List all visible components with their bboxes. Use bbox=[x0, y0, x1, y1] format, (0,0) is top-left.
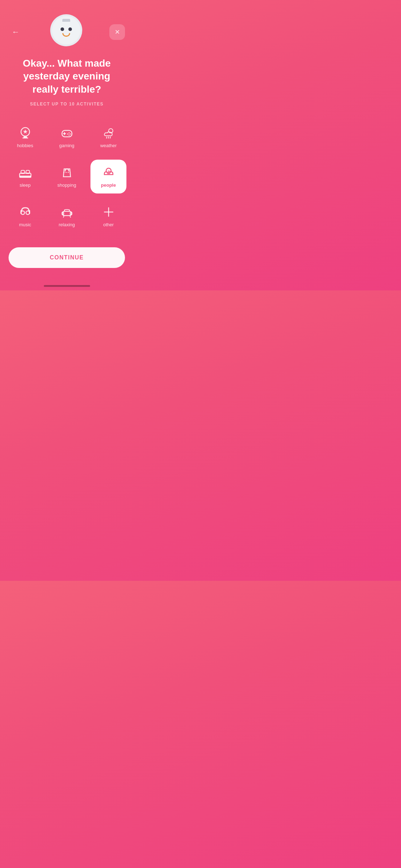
activity-shopping[interactable]: shopping bbox=[49, 160, 85, 193]
activity-weather[interactable]: weather bbox=[90, 120, 126, 154]
robot-mouth bbox=[62, 33, 70, 37]
weather-icon bbox=[101, 126, 116, 140]
gaming-label: gaming bbox=[59, 143, 74, 148]
robot-eye-right bbox=[68, 27, 72, 31]
sleep-icon bbox=[18, 165, 32, 180]
svg-point-9 bbox=[67, 134, 68, 135]
robot-eyes bbox=[61, 27, 72, 31]
gaming-icon bbox=[60, 126, 74, 140]
activity-relaxing[interactable]: relaxing bbox=[49, 199, 85, 233]
header: ← ✕ bbox=[0, 0, 134, 50]
svg-point-6 bbox=[68, 133, 69, 134]
shopping-icon bbox=[60, 165, 74, 180]
other-icon bbox=[101, 205, 116, 219]
music-icon bbox=[18, 205, 32, 219]
people-label: people bbox=[101, 182, 116, 188]
continue-section: CONTINUE bbox=[0, 240, 134, 282]
home-indicator bbox=[44, 285, 90, 287]
svg-point-7 bbox=[70, 134, 71, 135]
hobbies-icon bbox=[18, 126, 32, 140]
svg-line-11 bbox=[106, 137, 107, 138]
sleep-label: sleep bbox=[20, 182, 31, 188]
close-button[interactable]: ✕ bbox=[109, 24, 125, 40]
robot-face bbox=[52, 16, 80, 45]
activity-hobbies[interactable]: hobbies bbox=[7, 120, 43, 154]
weather-label: weather bbox=[100, 143, 116, 148]
activity-music[interactable]: music bbox=[7, 199, 43, 233]
robot-top bbox=[62, 19, 70, 22]
continue-button[interactable]: CONTINUE bbox=[9, 247, 125, 268]
relaxing-icon bbox=[60, 205, 74, 219]
svg-point-8 bbox=[68, 135, 69, 136]
music-label: music bbox=[19, 222, 31, 227]
svg-rect-2 bbox=[22, 138, 28, 139]
hobbies-label: hobbies bbox=[17, 143, 33, 148]
activity-people[interactable]: people bbox=[90, 160, 126, 193]
activity-gaming[interactable]: gaming bbox=[49, 120, 85, 154]
back-button[interactable]: ← bbox=[9, 25, 23, 39]
relaxing-label: relaxing bbox=[59, 222, 75, 227]
subtitle: SELECT UP TO 10 ACTIVITES bbox=[11, 102, 123, 107]
activities-grid: hobbies gaming w bbox=[0, 109, 134, 240]
svg-line-13 bbox=[110, 137, 110, 138]
other-label: other bbox=[103, 222, 114, 227]
question-text: Okay... What made yesterday evening real… bbox=[11, 57, 123, 96]
avatar bbox=[50, 14, 82, 46]
people-icon bbox=[101, 165, 116, 180]
activity-sleep[interactable]: sleep bbox=[7, 160, 43, 193]
robot-eye-left bbox=[61, 27, 64, 31]
svg-line-12 bbox=[108, 137, 109, 138]
shopping-label: shopping bbox=[57, 182, 76, 188]
activity-other[interactable]: other bbox=[90, 199, 126, 233]
question-section: Okay... What made yesterday evening real… bbox=[0, 50, 134, 109]
